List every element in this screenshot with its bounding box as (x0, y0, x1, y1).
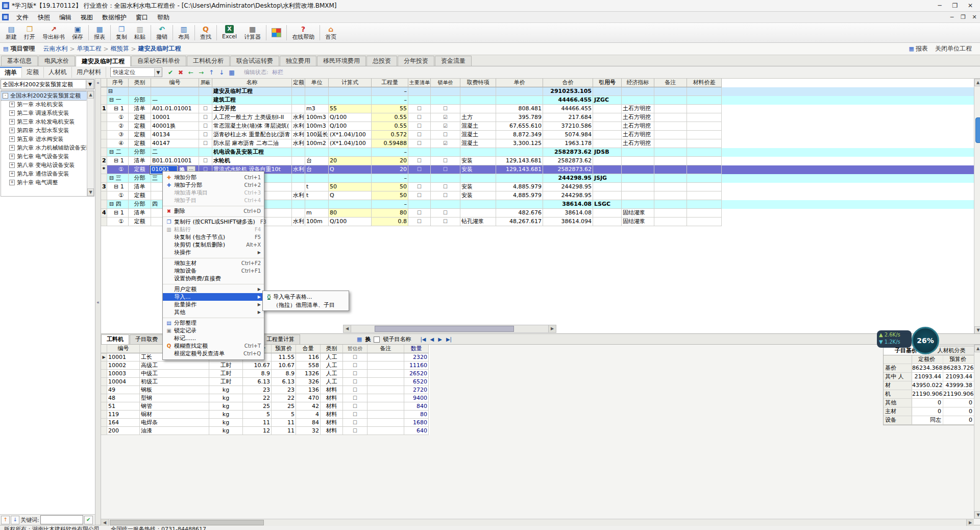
context-menu-item[interactable]: 标记...... (163, 334, 264, 342)
cancel-icon[interactable]: ✖ (176, 67, 185, 78)
resource-row[interactable]: 119 铜材 kg 5 5 4 材料 ☐ 80 (101, 411, 430, 419)
resource-row[interactable]: 10004 初级工 工时 6.13 6.13 326 人工 ☐ 6520 (101, 378, 430, 386)
tree-item[interactable]: + 第五章 进水阀安装 (1, 135, 87, 143)
menu-item[interactable]: 数据维护 (97, 12, 131, 22)
detail-vertical-scrollbar[interactable]: ▲ ▼ (974, 345, 980, 519)
arrow-right-icon[interactable]: → (197, 67, 206, 78)
submenu-item[interactable]: X 导入电子表格... (263, 293, 349, 301)
col-工程量[interactable]: 工程量 (372, 79, 408, 87)
col-数量[interactable]: 数量 (404, 345, 429, 353)
resource-row[interactable]: ▶ 10001 工长 工时 11.55 116 人工 ☐ 2320 (101, 353, 430, 362)
col-类别[interactable]: 类别 (129, 79, 151, 87)
toolbar-button[interactable] (320, 25, 320, 40)
tree-expand-icon[interactable]: + (9, 102, 15, 107)
scroll-up-icon[interactable]: ▲ (974, 79, 980, 86)
module-tab[interactable]: 分年投资 (398, 56, 434, 66)
scrollbar-thumb[interactable] (110, 520, 264, 525)
breadcrumb-item[interactable]: 建安及临时工程 (138, 44, 181, 53)
context-menu-item[interactable]: 增加设备 Ctrl+F1 (163, 267, 264, 275)
menu-item[interactable]: 快照 (33, 12, 55, 22)
col-预算价[interactable]: 预算价 (272, 345, 296, 353)
grid-row[interactable]: ⊟ 建安及临时工程 – 2910253.105 (101, 87, 980, 96)
col-单价[interactable]: 单价 (496, 79, 543, 87)
grid-view-icon[interactable]: ▦ (227, 67, 236, 78)
memory-usage-badge[interactable]: 26% (912, 327, 939, 354)
toolbar-button[interactable] (110, 25, 111, 40)
tree-expand-icon[interactable]: + (9, 154, 15, 159)
toolbar-button[interactable]: ▤ 新建 (2, 23, 20, 42)
toolbar-button[interactable]: ❐ 复制 (112, 23, 131, 42)
scroll-down-icon[interactable]: ▼ (974, 326, 980, 333)
col-主要清单[interactable]: 主要清单 (408, 79, 431, 87)
context-menu-item[interactable]: Q 模糊查找定额 Ctrl+T (163, 342, 264, 350)
tree-expand-icon[interactable]: + (9, 119, 15, 125)
tree-item[interactable]: + 第八章 变电站设备安装 (1, 161, 87, 170)
scroll-down-icon[interactable]: ▼ (974, 511, 980, 519)
grid-horizontal-scrollbar[interactable]: ◀ ▶ (343, 325, 556, 333)
tree-item[interactable]: + 第一章 水轮机安装 (1, 100, 87, 109)
col-备注[interactable]: 备注 (654, 79, 687, 87)
project-manage-button[interactable]: ▤ 项目管理 (3, 44, 35, 53)
toolbar-button[interactable]: ⌂ 首页 (322, 23, 340, 42)
report-link[interactable]: ▦ 报表 (909, 44, 928, 53)
tree-item[interactable]: + 第四章 大型水泵安装 (1, 126, 87, 135)
module-tab[interactable]: 独立费用 (280, 56, 316, 66)
tree-item[interactable]: + 第十章 电气调整 (1, 178, 87, 187)
module-tab[interactable]: 资金流量 (435, 56, 472, 66)
col-名称[interactable]: 名称 (212, 79, 292, 87)
swap-button[interactable]: 换 (365, 335, 371, 344)
minimize-button[interactable]: ─ (932, 1, 947, 11)
arrow-left-icon[interactable]: ← (186, 67, 195, 78)
network-monitor[interactable]: ▲ 2.6K/s ▼ 1.2K/s (877, 330, 912, 348)
quick-locate-combo[interactable]: 快速定位 ▼ (110, 67, 162, 77)
tree-scrollbar[interactable]: ▲ ▼ (87, 91, 94, 196)
context-menu-item[interactable]: 用户定额 ▶ (163, 285, 264, 293)
context-menu-item[interactable]: 根据定额号反查清单 Ctrl+Q (163, 350, 264, 357)
toolbar-button[interactable]: ↗ 导出标书 (39, 23, 68, 42)
resource-row[interactable]: 10002 高级工 工时 10.67 10.67 558 人工 ☐ 11160 (101, 362, 430, 370)
context-menu-item[interactable]: ✚ 增加子分部 Ctrl+2 (163, 181, 264, 189)
col-定额[interactable]: 定额 (292, 79, 305, 87)
col-序号[interactable]: 序号 (107, 79, 129, 87)
col-编号[interactable]: 编号 (151, 79, 199, 87)
context-menu-item[interactable]: ✚ 增加分部 Ctrl+1 (163, 174, 264, 181)
menu-item[interactable]: 文件 (12, 12, 33, 22)
grid-row[interactable]: ④ 定额 40147 ☐ 防水层 麻布沥青 二布二油 水利 100m2 (X*1… (101, 139, 980, 148)
mdi-restore-button[interactable]: ❐ (958, 12, 969, 22)
col-材料价差[interactable]: 材料价差 (687, 79, 722, 87)
sidebar-collapse-strip[interactable]: « « (95, 79, 101, 525)
record-nav-button[interactable]: |◀ (419, 335, 427, 344)
col-计算式[interactable]: 计算式 (329, 79, 372, 87)
scroll-left-icon[interactable]: ◀ (101, 519, 109, 526)
view-tab[interactable]: 用户材料 (72, 67, 106, 78)
tree-expand-icon[interactable]: + (9, 136, 15, 142)
menu-item[interactable]: 编辑 (55, 12, 76, 22)
toolbar-button[interactable]: ❐ 打开 (20, 23, 39, 42)
col-合量[interactable]: 合量 (296, 345, 321, 353)
close-unit-project-link[interactable]: 关闭单位工程 (935, 44, 972, 53)
tree-expand-icon[interactable]: + (9, 110, 15, 116)
toolbar-button[interactable] (286, 25, 287, 40)
detail-tab[interactable]: 子目取费 (130, 334, 163, 344)
module-tab[interactable]: 建安及临时工程 (76, 56, 131, 66)
context-menu-item[interactable]: ▤ 分部整理 (163, 319, 264, 327)
menu-item[interactable]: 帮助 (153, 12, 174, 22)
breadcrumb-item[interactable]: 云南水利 (43, 44, 67, 53)
scroll-left-icon[interactable]: ◀ (344, 325, 351, 332)
tree-item[interactable]: + 第九章 通信设备安装 (1, 170, 87, 178)
menu-item[interactable]: 窗口 (131, 12, 153, 22)
tree-item[interactable]: + 第六章 水力机械辅助设备安装 (1, 143, 87, 152)
context-menu-item[interactable]: 增加主材 Ctrl+F2 (163, 259, 264, 267)
col-类别[interactable]: 类别 (321, 345, 343, 353)
context-menu-item[interactable]: ❐ 复制行 (按CRTL或SHIFT键多选) F3 (163, 218, 264, 226)
scroll-down-icon[interactable]: ▼ (87, 188, 94, 196)
col-取费特项[interactable]: 取费特项 (460, 79, 496, 87)
grid-row[interactable]: ⊟ 一 分部 — 建筑工程 – 44466.455 (101, 96, 980, 105)
scroll-up-icon[interactable]: ▲ (87, 91, 94, 99)
context-menu-item[interactable]: ▥ 粘贴行 F4 (163, 226, 264, 233)
breadcrumb-item[interactable]: 概预算 (111, 44, 129, 53)
tree-expand-icon[interactable]: + (9, 145, 15, 151)
tree-item[interactable]: + 第七章 电气设备安装 (1, 152, 87, 161)
detail-tab[interactable]: 工程量计算 (261, 334, 300, 344)
scroll-right-icon[interactable]: ▶ (548, 325, 556, 332)
